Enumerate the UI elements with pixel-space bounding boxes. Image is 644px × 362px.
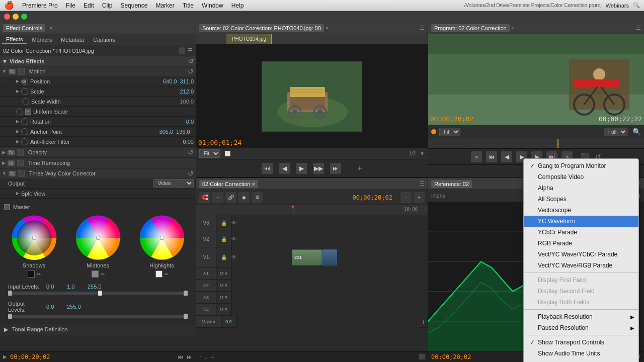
track-a3-content[interactable] — [231, 292, 428, 304]
tonal-expand-arrow[interactable]: ▶ — [4, 326, 8, 333]
midtones-wheel[interactable] — [75, 215, 121, 260]
source-close[interactable]: ✕ — [325, 26, 329, 31]
snap-btn[interactable]: 🧲 — [199, 192, 210, 203]
timeline-tab[interactable]: 02 Color Correction × — [199, 180, 258, 188]
track-v1-content[interactable]: 👁 201 — [231, 247, 428, 267]
output-levels-thumb-left[interactable] — [8, 314, 12, 319]
cc-expand-arrow[interactable]: ▼ — [2, 171, 7, 176]
a2-m-label[interactable]: M — [220, 283, 224, 288]
apple-menu[interactable]: 🍎 — [4, 1, 14, 10]
minimize-button[interactable] — [13, 14, 19, 20]
input-levels-bar[interactable] — [8, 292, 188, 295]
zoom-icon[interactable]: 🔍 — [632, 128, 641, 136]
source-tab[interactable]: Source: 02 Color Correction: PHOTO040.jp… — [199, 24, 324, 32]
prog-in-btn[interactable]: ⌁ — [471, 151, 482, 162]
ripple-btn[interactable]: ↔ — [212, 192, 223, 203]
anchor-x[interactable]: 305.0 — [159, 129, 174, 135]
shuttle-icon[interactable]: ⏮ — [178, 353, 184, 360]
motion-expand-arrow[interactable]: ▼ — [2, 69, 7, 74]
track-a1-content[interactable] — [231, 267, 428, 280]
v1-eye-icon[interactable]: 👁 — [231, 254, 236, 260]
link-btn[interactable]: 🔗 — [225, 192, 236, 203]
program-full-select[interactable]: Full — [604, 128, 627, 136]
highlights-swatch[interactable] — [155, 270, 163, 278]
settings-btn[interactable]: ⚙ — [252, 192, 263, 203]
program-tab[interactable]: Program: 02 Color Correction — [431, 24, 510, 32]
motion-reset[interactable]: ↺ — [188, 67, 194, 75]
menu-item-vectorscope[interactable]: Vectorscope — [524, 205, 638, 216]
menu-item-vect-yc-ycbcr[interactable]: Vect/YC Wave/YCbCr Parade — [524, 249, 638, 260]
tl-tool-2[interactable]: ↓ — [204, 353, 207, 360]
scale-width-value[interactable]: 100.0 — [180, 99, 194, 105]
scale-arrow[interactable]: ▶ — [16, 89, 21, 94]
menu-window[interactable]: Window — [202, 2, 223, 9]
close-button[interactable] — [4, 14, 10, 20]
position-x[interactable]: 640.0 — [163, 78, 177, 84]
antiflicker-value[interactable]: 0.00 — [183, 139, 194, 145]
midtones-swatch[interactable] — [92, 270, 99, 278]
v3-eye-icon[interactable]: 👁 — [231, 220, 236, 226]
tab-effects[interactable]: Effects — [2, 35, 27, 44]
uniform-scale-checkbox[interactable]: ✓ — [25, 109, 31, 115]
input-levels-val2[interactable]: 1.0 — [67, 284, 85, 290]
output-levels-thumb-right[interactable] — [184, 314, 188, 319]
input-levels-thumb-mid[interactable] — [98, 291, 102, 296]
timeline-icon[interactable]: ⬛ — [179, 47, 186, 54]
a4-s-label[interactable]: S — [224, 307, 227, 312]
timeline-menu[interactable]: ☰ — [420, 180, 425, 187]
maximize-button[interactable] — [21, 14, 27, 20]
menu-item-paused-res[interactable]: Paused Resolution — [524, 322, 638, 333]
input-levels-val1[interactable]: 0.0 — [46, 284, 64, 290]
menu-item-yc-waveform[interactable]: YC Waveform — [524, 216, 638, 227]
menu-item-rgb-parade[interactable]: RGB Parade — [524, 238, 638, 249]
play-btn[interactable]: ▶ — [296, 163, 307, 174]
track-a2-content[interactable] — [231, 280, 428, 292]
menu-edit[interactable]: Edit — [84, 2, 94, 9]
cc-reset[interactable]: ↺ — [188, 169, 194, 177]
menu-item-time-ruler[interactable]: Time Ruler Numbers — [524, 359, 638, 362]
opacity-reset[interactable]: ↺ — [188, 148, 194, 156]
rotation-value[interactable]: 0.0 — [186, 119, 194, 125]
section-arrow[interactable]: ▼ — [2, 58, 8, 64]
a2-s-label[interactable]: S — [224, 283, 227, 288]
a4-m-label[interactable]: M — [220, 307, 224, 312]
input-levels-thumb-right[interactable] — [184, 291, 188, 296]
play-fwd-btn[interactable]: ▶▶ — [313, 163, 324, 174]
cc-output-select[interactable]: Video — [153, 179, 194, 188]
add-marker-btn[interactable]: ◆ — [238, 192, 250, 203]
add-track-icon[interactable]: + — [420, 318, 428, 326]
time-remap-arrow[interactable]: ▶ — [2, 160, 6, 165]
source-menu[interactable]: ☰ — [420, 25, 425, 31]
section-reset-icon[interactable]: ↺ — [189, 58, 194, 65]
tl-tool-3[interactable]: ↔ — [209, 353, 215, 360]
menu-item-composite-video[interactable]: Composite Video — [524, 171, 638, 183]
v1-lock-icon[interactable]: 🔒 — [221, 254, 227, 260]
menu-premiere[interactable]: Premiere Pro — [22, 2, 58, 9]
menu-item-all-scopes[interactable]: All Scopes — [524, 194, 638, 205]
source-more[interactable]: ▼ — [420, 151, 425, 156]
tab-markers[interactable]: Markers — [28, 36, 56, 44]
menu-item-ycbcr-parade[interactable]: YCbCr Parade — [524, 227, 638, 238]
midtones-eyedrop[interactable]: ✏ — [101, 272, 105, 277]
tl-tool-1[interactable]: ↑ — [199, 353, 202, 360]
v2-lock-icon[interactable]: 🔒 — [221, 236, 227, 242]
a1-s-label[interactable]: S — [224, 271, 227, 276]
tab-close-icon[interactable]: ✕ — [49, 26, 53, 31]
menu-item-vect-yc-rgb[interactable]: Vect/YC Wave/RGB Parade — [524, 260, 638, 271]
v3-lock-icon[interactable]: 🔒 — [221, 220, 227, 226]
input-levels-val3[interactable]: 255.0 — [88, 284, 105, 290]
tab-metadata[interactable]: Metadata — [57, 36, 88, 44]
menu-item-show-transport[interactable]: ✓ Show Transport Controls — [524, 337, 638, 348]
position-y[interactable]: 311.0 — [180, 78, 194, 84]
output-levels-bar[interactable] — [8, 315, 188, 318]
menu-item-show-audio-time[interactable]: Show Audio Time Units — [524, 348, 638, 359]
menu-item-playback-res[interactable]: Playback Resolution — [524, 311, 638, 322]
input-levels-thumb-left[interactable] — [8, 291, 12, 296]
menu-sequence[interactable]: Sequence — [120, 2, 147, 9]
opacity-expand-arrow[interactable]: ▶ — [2, 150, 6, 155]
program-close[interactable]: ✕ — [511, 26, 515, 31]
a3-m-label[interactable]: M — [220, 295, 224, 300]
play-back-btn[interactable]: ◀ — [279, 163, 290, 174]
track-v2-content[interactable]: 👁 — [231, 231, 428, 247]
anchor-y[interactable]: 196.0 — [176, 129, 190, 135]
